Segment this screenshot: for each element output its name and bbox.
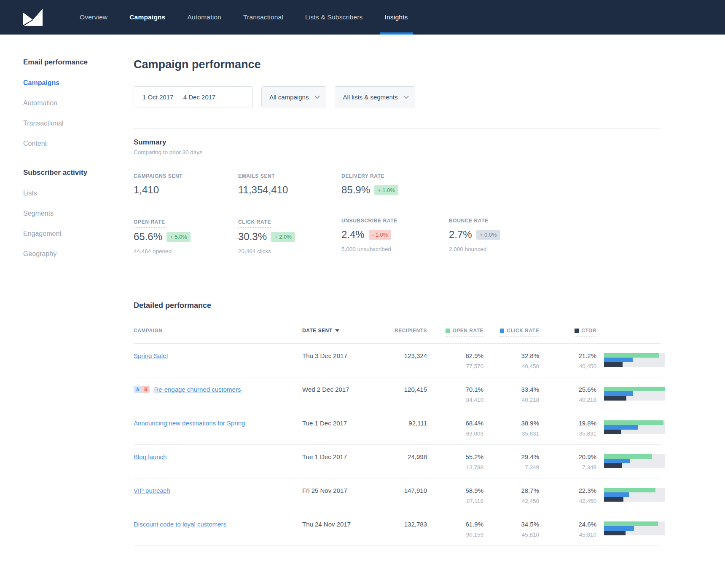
column-header-ctor[interactable]: CTOR — [539, 328, 596, 337]
rate-bars-chart — [604, 420, 665, 434]
table-row: Blog launch Tue 1 Dec 2017 24,998 55.2%1… — [134, 445, 661, 478]
main-content: Campaign performance 1 Oct 2017 — 4 Dec … — [134, 58, 661, 580]
delta-badge: + 0.0% — [476, 230, 500, 240]
ctor-cell: 20.9%7,349 — [539, 453, 596, 470]
date-sent-cell: Tue 1 Dec 2017 — [302, 453, 373, 460]
filter-bar: 1 Oct 2017 — 4 Dec 2017 All campaigns Al… — [134, 86, 661, 107]
metric-value: 2.4% — [341, 229, 365, 241]
campaign-link[interactable]: Spring Sale! — [134, 352, 168, 359]
campaign-link[interactable]: Announcing new destinations for Spring — [134, 420, 245, 427]
campaign-link[interactable]: Re-engage churned customers — [154, 386, 241, 393]
rate-bars-chart — [604, 387, 665, 401]
open-rate-legend-swatch — [446, 329, 450, 333]
metric-label: DELIVERY RATE — [341, 173, 449, 179]
click-rate-bar — [604, 358, 633, 362]
sidebar-item-lists[interactable]: Lists — [23, 190, 134, 197]
click-rate-bar — [604, 391, 633, 396]
sidebar-item-segments[interactable]: Segments — [23, 210, 134, 217]
click-rate-bar — [604, 425, 638, 430]
recipients-cell: 147,910 — [373, 487, 427, 494]
campaign-link[interactable]: VIP outreach — [134, 487, 170, 494]
sidebar-heading-subscriber-activity: Subscriber activity — [23, 168, 134, 177]
table-header-row: CAMPAIGN DATE SENT RECIPIENTS OPEN RATE … — [134, 328, 661, 344]
open-rate-bar — [604, 521, 658, 526]
sidebar-item-geography[interactable]: Geography — [23, 250, 134, 258]
ctor-cell: 22.3%42,450 — [539, 487, 596, 504]
summary-metrics-row-1: CAMPAIGNS SENT 1,410 EMAILS SENT 11,354,… — [134, 173, 661, 196]
click-rate-cell: 28.7%42,450 — [483, 487, 539, 504]
column-header-label: OPEN RATE — [452, 328, 483, 334]
ctor-cell: 21.2%40,450 — [539, 352, 596, 369]
column-header-open-rate[interactable]: OPEN RATE — [427, 328, 483, 337]
campaigns-dropdown[interactable]: All campaigns — [261, 86, 326, 107]
sidebar-item-content[interactable]: Content — [23, 140, 134, 147]
column-header-campaign[interactable]: CAMPAIGN — [134, 328, 302, 334]
nav-item-automation[interactable]: Automation — [177, 0, 232, 35]
sidebar-item-engagement[interactable]: Engagement — [23, 230, 134, 238]
ab-test-badge: AB — [134, 386, 150, 393]
delta-badge: + 5.0% — [166, 232, 191, 242]
nav-item-lists-subscribers[interactable]: Lists & Subscribers — [294, 0, 373, 35]
sidebar-item-transactional[interactable]: Transactional — [23, 120, 134, 127]
sidebar-item-campaigns[interactable]: Campaigns — [23, 79, 134, 87]
metric-value: 2.7% — [449, 229, 472, 241]
column-header-recipients[interactable]: RECIPIENTS — [373, 328, 427, 334]
campaign-monitor-logo-icon[interactable] — [23, 9, 43, 26]
date-sent-cell: Fri 25 Nov 2017 — [302, 487, 373, 494]
column-header-click-rate[interactable]: CLICK RATE — [483, 328, 539, 337]
nav-item-transactional[interactable]: Transactional — [232, 0, 294, 35]
page-title: Campaign performance — [134, 58, 661, 71]
date-sent-cell: Wed 2 Dec 2017 — [302, 386, 373, 393]
column-header-date-sent[interactable]: DATE SENT — [302, 328, 373, 334]
metric-label[interactable]: CLICK RATE — [238, 219, 271, 228]
open-rate-cell: 55.2%13,798 — [427, 453, 483, 470]
recipients-cell: 120,415 — [373, 386, 427, 393]
summary-heading: Summary — [134, 138, 661, 147]
open-rate-cell: 70.1%84,410 — [427, 386, 483, 403]
metric-label[interactable]: OPEN RATE — [134, 219, 165, 228]
summary-metrics-row-2: OPEN RATE 65.6% + 5.0% 44,464 opened CLI… — [134, 218, 661, 254]
open-rate-cell: 61.9%90,159 — [427, 521, 483, 538]
nav-items: Overview Campaigns Automation Transactio… — [69, 0, 419, 35]
click-rate-cell: 38.9%35,831 — [483, 420, 539, 437]
ctor-bar — [604, 430, 621, 434]
lists-segments-dropdown-value: All lists & segments — [343, 94, 397, 101]
rate-bars-chart — [604, 488, 665, 502]
recipients-cell: 24,998 — [373, 453, 427, 460]
metric-label: CAMPAIGNS SENT — [134, 173, 238, 179]
sort-descending-icon — [335, 329, 339, 332]
nav-item-overview[interactable]: Overview — [69, 0, 118, 35]
ctor-cell: 19.8%35,831 — [539, 420, 596, 437]
campaigns-dropdown-value: All campaigns — [269, 94, 309, 101]
click-rate-cell: 34.5%45,810 — [483, 521, 539, 538]
click-rate-bar — [604, 526, 634, 531]
ctor-bar — [604, 362, 623, 367]
campaign-link[interactable]: Discount code to loyal customers — [134, 521, 226, 528]
click-rate-legend-swatch — [500, 329, 504, 333]
column-header-label: CLICK RATE — [507, 328, 539, 334]
sidebar-item-automation[interactable]: Automation — [23, 99, 134, 107]
metric-label: UNSUBSCRIBE RATE — [341, 218, 449, 224]
nav-item-insights[interactable]: Insights — [374, 0, 419, 35]
nav-item-campaigns[interactable]: Campaigns — [118, 0, 176, 35]
rate-bars-chart — [604, 353, 665, 367]
metric-sub: 5,000 unsubscribed — [341, 246, 449, 252]
click-rate-bar — [604, 459, 630, 463]
ctor-bar — [604, 396, 626, 401]
campaign-link[interactable]: Blog launch — [134, 453, 166, 460]
lists-segments-dropdown[interactable]: All lists & segments — [335, 86, 415, 107]
sidebar-heading-email-performance: Email performance — [23, 58, 134, 67]
metric-sub: 44,464 opened — [134, 248, 238, 254]
click-rate-bar — [604, 492, 629, 497]
chevron-down-icon — [404, 94, 409, 99]
metric-bounce-rate: BOUNCE RATE 2.7% + 0.0% 2,000 bounced — [449, 218, 661, 254]
open-rate-bar — [604, 454, 652, 459]
table-row: VIP outreach Fri 25 Nov 2017 147,910 58.… — [134, 478, 661, 512]
open-rate-bar — [604, 387, 665, 391]
date-range-input[interactable]: 1 Oct 2017 — 4 Dec 2017 — [134, 86, 253, 107]
metric-emails-sent: EMAILS SENT 11,354,410 — [238, 173, 341, 196]
ctor-bar — [604, 531, 626, 535]
metric-sub: 2,000 bounced — [449, 246, 661, 252]
metric-value: 1,410 — [134, 184, 159, 196]
metric-value: 30.3% — [238, 231, 267, 243]
